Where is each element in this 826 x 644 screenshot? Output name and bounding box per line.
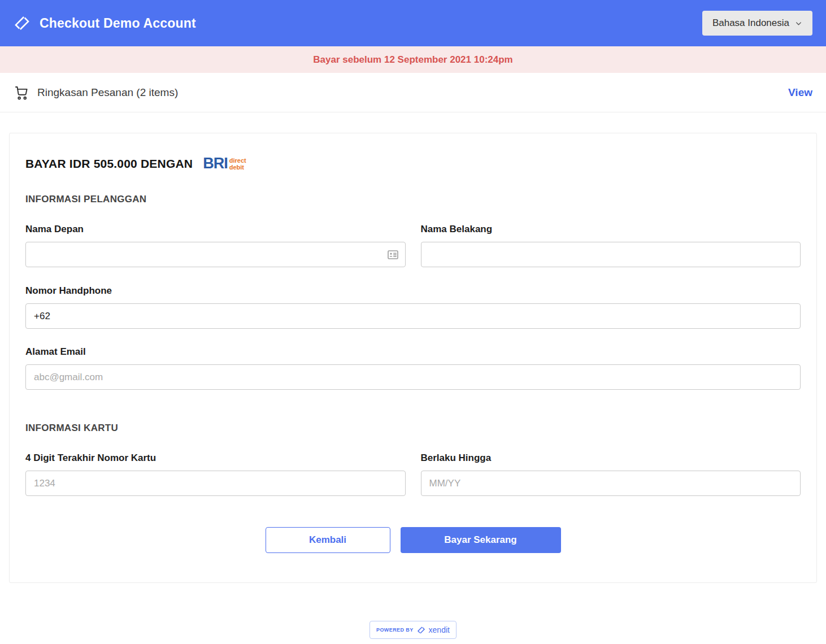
card-fields-row: 4 Digit Terakhir Nomor Kartu Berlaku Hin… bbox=[25, 434, 801, 496]
first-name-field-group: Nama Depan bbox=[25, 205, 406, 267]
customer-info-section-title: INFORMASI PELANGGAN bbox=[25, 194, 801, 205]
last-name-input[interactable] bbox=[421, 242, 801, 267]
xendit-logo-icon bbox=[417, 626, 425, 634]
page-title: Checkout Demo Account bbox=[40, 16, 196, 31]
first-name-label: Nama Depan bbox=[25, 224, 406, 235]
phone-label: Nomor Handphone bbox=[25, 285, 801, 297]
card-last4-input[interactable] bbox=[25, 471, 406, 496]
card-last4-label: 4 Digit Terakhir Nomor Kartu bbox=[25, 452, 406, 464]
back-button[interactable]: Kembali bbox=[266, 527, 390, 553]
card-last4-field-group: 4 Digit Terakhir Nomor Kartu bbox=[25, 434, 406, 496]
order-summary-bar: Ringkasan Pesanan (2 items) View bbox=[0, 73, 826, 112]
name-fields-row: Nama Depan Nama Belakang bbox=[25, 205, 801, 267]
xendit-brand-label: xendit bbox=[429, 625, 450, 634]
language-selector-label: Bahasa Indonesia bbox=[712, 18, 789, 29]
expiry-field-group: Berlaku Hingga bbox=[421, 434, 801, 496]
last-name-field-group: Nama Belakang bbox=[421, 205, 801, 267]
email-label: Alamat Email bbox=[25, 346, 801, 358]
card-info-section-title: INFORMASI KARTU bbox=[25, 423, 801, 434]
expiry-label: Berlaku Hingga bbox=[421, 452, 801, 464]
shopping-cart-icon bbox=[14, 85, 29, 100]
bri-direct-debit-logo: BRI direct debit bbox=[203, 156, 246, 171]
powered-by-label: POWERED BY bbox=[376, 627, 414, 633]
payment-heading-row: BAYAR IDR 505.000 DENGAN BRI direct debi… bbox=[25, 156, 801, 171]
powered-by-xendit-badge[interactable]: POWERED BY xendit bbox=[369, 621, 457, 639]
language-selector[interactable]: Bahasa Indonesia bbox=[702, 11, 812, 36]
payment-deadline-banner: Bayar sebelum 12 September 2021 10:24pm bbox=[0, 46, 826, 73]
contact-card-icon[interactable] bbox=[388, 250, 398, 259]
order-summary-label: Ringkasan Pesanan (2 items) bbox=[37, 86, 178, 99]
bri-logo-subtext: direct debit bbox=[229, 158, 246, 171]
page-footer: POWERED BY xendit bbox=[0, 621, 826, 639]
action-buttons-row: Kembali Bayar Sekarang bbox=[25, 527, 801, 553]
bri-logo-text: BRI bbox=[203, 156, 228, 171]
last-name-label: Nama Belakang bbox=[421, 224, 801, 235]
payment-deadline-text: Bayar sebelum 12 September 2021 10:24pm bbox=[313, 54, 512, 66]
phone-input[interactable] bbox=[25, 303, 801, 329]
email-input[interactable] bbox=[25, 364, 801, 390]
xendit-logo-icon bbox=[14, 15, 31, 32]
payment-heading: BAYAR IDR 505.000 DENGAN bbox=[25, 157, 193, 171]
app-header: Checkout Demo Account Bahasa Indonesia bbox=[0, 0, 826, 46]
view-order-link[interactable]: View bbox=[788, 86, 812, 99]
pay-now-button[interactable]: Bayar Sekarang bbox=[401, 527, 561, 553]
first-name-input[interactable] bbox=[25, 242, 406, 267]
expiry-input[interactable] bbox=[421, 471, 801, 496]
checkout-card: BAYAR IDR 505.000 DENGAN BRI direct debi… bbox=[9, 133, 817, 583]
chevron-down-icon bbox=[795, 20, 802, 27]
